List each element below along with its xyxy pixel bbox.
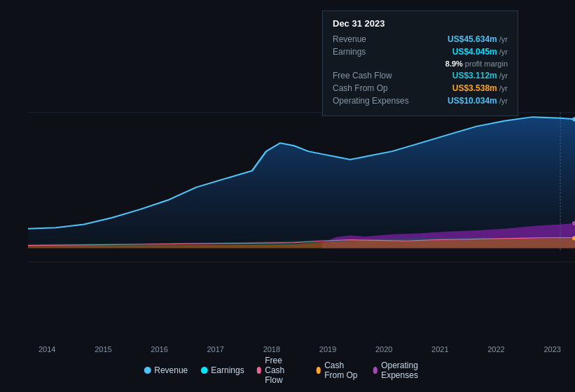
tooltip-row-earnings: Earnings US$4.045m/yr bbox=[333, 47, 508, 57]
tooltip-margin-label: profit margin bbox=[465, 59, 508, 68]
legend-label-opex: Operating Expenses bbox=[381, 360, 431, 380]
legend-dot-fcf bbox=[257, 367, 262, 374]
x-label-2016: 2016 bbox=[151, 345, 167, 354]
tooltip-label-revenue: Revenue bbox=[333, 34, 417, 44]
x-label-2023: 2023 bbox=[543, 345, 560, 354]
tooltip-box: Dec 31 2023 Revenue US$45.634m/yr Earnin… bbox=[322, 10, 518, 116]
tooltip-row-fcf: Free Cash Flow US$3.112m/yr bbox=[333, 71, 508, 80]
legend-label-earnings: Earnings bbox=[211, 365, 244, 375]
x-label-2021: 2021 bbox=[431, 345, 448, 354]
tooltip-row-cfo: Cash From Op US$3.538m/yr bbox=[333, 83, 508, 93]
legend-label-cfo: Cash From Op bbox=[324, 360, 360, 380]
x-label-2014: 2014 bbox=[39, 345, 55, 354]
x-label-2018: 2018 bbox=[263, 345, 280, 354]
x-label-2019: 2019 bbox=[319, 345, 336, 354]
x-label-2017: 2017 bbox=[207, 345, 223, 354]
legend-item-revenue[interactable]: Revenue bbox=[144, 365, 188, 375]
legend-item-opex[interactable]: Operating Expenses bbox=[373, 360, 431, 380]
tooltip-label-cfo: Cash From Op bbox=[333, 83, 417, 93]
legend-dot-earnings bbox=[200, 367, 207, 374]
tooltip-value-earnings: US$4.045m/yr bbox=[452, 47, 508, 57]
x-label-2022: 2022 bbox=[487, 345, 504, 354]
tooltip-value-cfo: US$3.538m/yr bbox=[452, 83, 508, 93]
x-label-2015: 2015 bbox=[95, 345, 111, 354]
chart-container: Dec 31 2023 Revenue US$45.634m/yr Earnin… bbox=[0, 0, 575, 392]
tooltip-value-revenue: US$45.634m/yr bbox=[448, 34, 508, 44]
legend-item-cfo[interactable]: Cash From Op bbox=[317, 360, 361, 380]
legend-dot-revenue bbox=[144, 367, 151, 374]
tooltip-title: Dec 31 2023 bbox=[333, 18, 508, 29]
legend-dot-cfo bbox=[317, 367, 321, 374]
tooltip-row-revenue: Revenue US$45.634m/yr bbox=[333, 34, 508, 44]
tooltip-label-earnings: Earnings bbox=[333, 47, 417, 57]
legend-label-fcf: Free Cash Flow bbox=[265, 356, 303, 385]
legend-label-revenue: Revenue bbox=[154, 365, 188, 375]
tooltip-value-opex: US$10.034m/yr bbox=[448, 96, 508, 106]
tooltip-label-opex: Operating Expenses bbox=[333, 96, 417, 106]
tooltip-margin-row: 8.9% profit margin bbox=[333, 59, 508, 68]
tooltip-margin-value: 8.9% bbox=[445, 59, 463, 68]
chart-svg bbox=[0, 102, 575, 340]
x-label-2020: 2020 bbox=[375, 345, 392, 354]
tooltip-row-opex: Operating Expenses US$10.034m/yr bbox=[333, 96, 508, 106]
legend: Revenue Earnings Free Cash Flow Cash Fro… bbox=[144, 356, 431, 385]
x-axis-labels: 2014 2015 2016 2017 2018 2019 2020 2021 … bbox=[0, 342, 575, 354]
tooltip-value-fcf: US$3.112m/yr bbox=[452, 71, 508, 80]
legend-item-fcf[interactable]: Free Cash Flow bbox=[257, 356, 304, 385]
legend-item-earnings[interactable]: Earnings bbox=[200, 365, 244, 375]
tooltip-label-fcf: Free Cash Flow bbox=[333, 71, 417, 80]
legend-dot-opex bbox=[373, 367, 378, 374]
